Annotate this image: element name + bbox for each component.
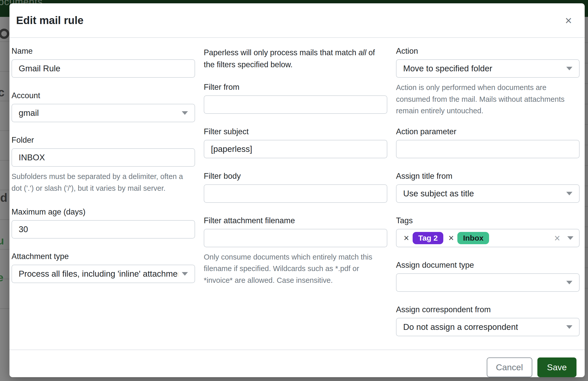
close-icon[interactable]: ×	[562, 14, 574, 27]
save-button[interactable]: Save	[537, 357, 577, 377]
tags-select[interactable]: × Tag 2 × Inbox ×	[396, 229, 580, 247]
edit-mail-rule-dialog: Edit mail rule × Name Account gmail Fold…	[9, 3, 585, 377]
filter-body-input[interactable]	[204, 184, 387, 203]
tag-chip[interactable]: Inbox	[457, 232, 489, 244]
background-letter-fragment: ld	[0, 191, 7, 205]
action-select[interactable]: Move to specified folder	[396, 59, 580, 78]
assign-correspondent-from-label: Assign correspondent from	[396, 305, 580, 314]
dialog-header: Edit mail rule ×	[9, 3, 585, 38]
action-parameter-input[interactable]	[396, 140, 580, 158]
assign-correspondent-from-select[interactable]: Do not assign a correspondent	[396, 318, 580, 336]
action-label: Action	[396, 47, 580, 56]
tags-label: Tags	[396, 216, 580, 225]
chevron-down-icon	[182, 111, 188, 115]
assign-title-from-select[interactable]: Use subject as title	[396, 184, 580, 203]
filter-attachment-filename-input[interactable]	[204, 229, 387, 247]
chevron-down-icon	[566, 281, 572, 284]
assign-document-type-select[interactable]	[396, 273, 580, 292]
folder-input[interactable]	[12, 148, 195, 167]
chevron-down-icon	[182, 272, 188, 276]
tag-chip[interactable]: Tag 2	[413, 232, 443, 244]
assign-title-from-label: Assign title from	[396, 172, 580, 181]
column-actions: Action Move to specified folder Action i…	[396, 47, 580, 350]
filter-subject-label: Filter subject	[204, 127, 387, 136]
action-parameter-label: Action parameter	[396, 127, 580, 136]
folder-hint: Subfolders must be separated by a delimi…	[12, 171, 195, 194]
background-letter-fragment: c	[0, 85, 5, 99]
filter-body-label: Filter body	[204, 172, 387, 181]
chevron-down-icon	[566, 325, 572, 329]
max-age-label: Maximum age (days)	[12, 207, 195, 217]
assign-document-type-label: Assign document type	[396, 261, 580, 270]
background-letter-fragment	[0, 29, 9, 39]
folder-label: Folder	[12, 136, 195, 145]
filter-attachment-filename-hint: Only consume documents which entirely ma…	[204, 251, 387, 286]
background-letter-fragment: e	[0, 272, 3, 284]
dialog-title: Edit mail rule	[16, 14, 84, 27]
chevron-down-icon	[566, 192, 572, 195]
attachment-type-select[interactable]: Process all files, including 'inline' at…	[12, 265, 195, 283]
action-hint: Action is only performed when documents …	[396, 82, 580, 117]
attachment-type-label: Attachment type	[12, 252, 195, 261]
cancel-button[interactable]: Cancel	[487, 357, 532, 377]
name-label: Name	[12, 47, 195, 56]
account-label: Account	[12, 91, 195, 100]
filter-subject-input[interactable]	[204, 140, 387, 158]
filters-intro-text: Paperless will only process mails that m…	[204, 47, 387, 71]
max-age-input[interactable]	[12, 220, 195, 239]
filter-attachment-filename-label: Filter attachment filename	[204, 216, 387, 225]
name-input[interactable]	[12, 59, 195, 78]
account-select[interactable]: gmail	[12, 104, 195, 122]
remove-tag-icon[interactable]: ×	[404, 233, 409, 243]
background-letter-fragment: u	[0, 235, 4, 247]
dialog-footer: Cancel Save	[9, 350, 585, 377]
background-page-left-sliver: c ld u e	[0, 17, 9, 381]
dialog-body: Name Account gmail Folder Subfolders mus…	[9, 38, 585, 350]
chevron-down-icon	[567, 236, 573, 240]
column-general: Name Account gmail Folder Subfolders mus…	[12, 47, 195, 350]
filter-from-label: Filter from	[204, 83, 387, 92]
column-filters: Paperless will only process mails that m…	[204, 47, 387, 350]
chevron-down-icon	[566, 67, 572, 70]
clear-tags-icon[interactable]: ×	[554, 233, 560, 243]
remove-tag-icon[interactable]: ×	[448, 233, 454, 243]
filter-from-input[interactable]	[204, 95, 387, 114]
background-page-right-sliver	[585, 17, 588, 381]
